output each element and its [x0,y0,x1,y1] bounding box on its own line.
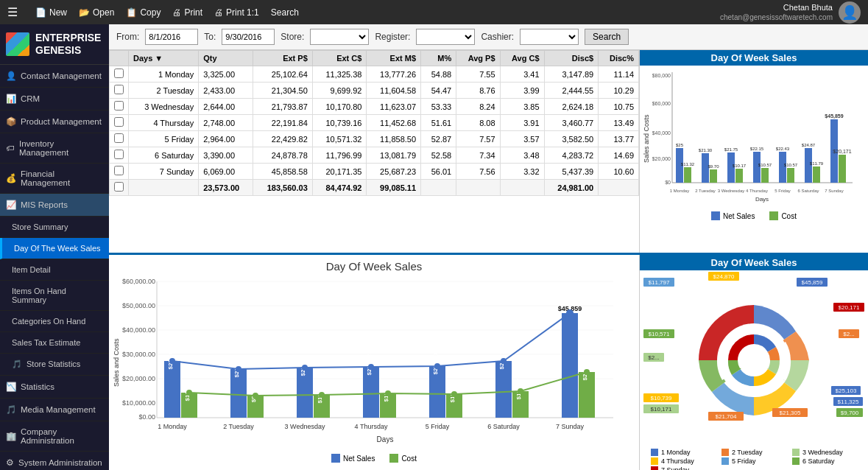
row-ext-p: 25,102.64 [253,66,312,83]
sidebar-item-day-of-week-sales[interactable]: Day Of The Week Sales [0,238,109,259]
print-1-1-icon: 🖨 [214,7,223,18]
sidebar-item-item-detail[interactable]: Item Detail [0,259,109,281]
company-icon: 🏢 [6,431,16,441]
row-avg-p: 7.55 [456,66,500,83]
register-label: Register: [375,32,410,42]
svg-point-108 [738,345,769,376]
svg-text:$20,171: $20,171 [833,149,851,154]
print-1-1-button[interactable]: 🖨 Print 1:1 [214,7,259,18]
svg-text:6 Saturday: 6 Saturday [487,423,520,430]
svg-text:$40,000: $40,000 [652,130,671,136]
svg-rect-19 [753,152,761,183]
bottom-chart-y-label: Sales and Costs [113,278,120,447]
sidebar-item-contact-management[interactable]: 👤 Contact Management [0,65,109,88]
sidebar-item-media-management[interactable]: 🎵 Media Management [0,399,109,421]
legend-net-sales-color [711,211,720,220]
open-icon: 📂 [79,7,90,18]
svg-text:$40,000.00: $40,000.00 [122,326,155,334]
search-button[interactable]: Search [271,7,299,18]
sidebar-item-crm[interactable]: 📊 CRM [0,88,109,111]
sidebar-item-store-statistics[interactable]: 🎵 Store Statistics [0,354,109,376]
svg-text:$11.79: $11.79 [810,161,824,166]
row-checkbox[interactable] [110,115,129,131]
register-select[interactable] [416,29,475,45]
row-disc-pct: 13.77 [599,131,639,147]
hamburger-icon[interactable]: ☰ [7,5,18,19]
row-m-pct: 53.33 [421,99,456,115]
svg-rect-8 [684,167,691,183]
svg-rect-24 [787,168,794,183]
svg-text:$60,000: $60,000 [652,101,671,106]
to-date-input[interactable] [222,29,275,45]
row-checkbox[interactable] [110,66,129,83]
sidebar-item-system-administration[interactable]: ⚙ System Administration [0,452,109,470]
top-bar-chart-svg: $80,000 $60,000 $40,000 $20,000 $0 $25 $… [650,69,856,208]
donut-chart-content: $11,797 $24,870 $45,859 $20,171 $2... [640,270,868,470]
sidebar-item-mis-reports[interactable]: 📈 MIS Reports [0,194,109,217]
row-day: 7 Sunday [129,164,199,180]
row-ext-c: 9,699.92 [312,83,367,99]
row-m-pct: 54.47 [421,83,456,99]
sidebar-item-items-on-hand[interactable]: Items On Hand Summary [0,281,109,311]
svg-text:$22.15: $22.15 [750,147,764,151]
sidebar-item-product-management[interactable]: 📦 Product Management [0,111,109,133]
svg-point-98 [584,369,590,375]
print-button[interactable]: 🖨 Print [172,7,202,18]
svg-rect-81 [562,313,578,418]
sidebar-item-statistics[interactable]: 📉 Statistics [0,376,109,399]
product-mgmt-icon: 📦 [6,116,16,127]
copy-button[interactable]: 📋 Copy [126,7,160,18]
row-day: 4 Thursday [129,115,199,131]
svg-text:$10,739: $10,739 [651,395,672,401]
table-row: 5 Friday 2,964.00 22,429.82 10,571.32 11… [110,131,639,147]
search-btn[interactable]: Search [585,29,629,45]
row-ext-c: 10,739.16 [312,115,367,131]
row-m-pct: 52.87 [421,131,456,147]
svg-text:4 Thursday: 4 Thursday [746,189,768,193]
table-row: 23,573.00 183,560.03 84,474.92 99,085.11… [110,180,639,196]
financial-icon: 💰 [6,173,16,183]
sidebar-item-company-administration[interactable]: 🏢 Company Administration [0,421,109,452]
row-checkbox[interactable] [110,147,129,164]
donut-legend-monday: 1 Monday [651,449,716,456]
cashier-select[interactable] [520,29,579,45]
row-checkbox[interactable] [110,164,129,180]
open-button[interactable]: 📂 Open [79,7,114,18]
svg-text:2 Tuesday: 2 Tuesday [223,423,254,430]
row-disc-pct: 10.75 [599,99,639,115]
svg-text:7 Sunday: 7 Sunday [825,189,843,193]
row-checkbox[interactable] [110,180,129,196]
sidebar-item-categories-on-hand[interactable]: Categories On Hand [0,311,109,332]
new-icon: 📄 [35,7,46,18]
sidebar-item-financial-management[interactable]: 💰 Financial Management [0,164,109,194]
svg-text:$20,000.00: $20,000.00 [122,375,155,382]
row-ext-m: 25,687.23 [367,164,421,180]
store-label: Store: [280,32,304,42]
row-avg-c: 3.85 [500,99,544,115]
row-checkbox[interactable] [110,131,129,147]
new-button[interactable]: 📄 New [35,7,67,18]
bottom-chart-legend: Net Sales Cost [113,451,635,466]
col-ext-m: Ext M$ [367,51,421,66]
row-m-pct: 52.58 [421,147,456,164]
row-ext-c: 84,474.92 [312,180,367,196]
svg-text:$9,700: $9,700 [841,410,859,416]
from-date-input[interactable] [145,29,198,45]
row-checkbox[interactable] [110,99,129,115]
col-ext-c: Ext C$ [312,51,367,66]
row-ext-m: 99,085.11 [367,180,421,196]
row-avg-c: 3.91 [500,115,544,131]
sidebar-item-store-summary[interactable]: Store Summary [0,217,109,238]
row-ext-p: 21,793.87 [253,99,312,115]
row-avg-c: 3.99 [500,83,544,99]
sidebar-item-sales-tax-estimate[interactable]: Sales Tax Estimate [0,332,109,354]
table-row: 3 Wednesday 2,644.00 21,793.87 10,170.80… [110,99,639,115]
row-checkbox[interactable] [110,83,129,99]
right-panel-top: Day Of Week Sales Sales and Costs $80,00… [640,50,868,253]
svg-point-87 [302,365,308,371]
sidebar-item-inventory-management[interactable]: 🏷 Inventory Management [0,133,109,164]
store-select[interactable] [310,29,369,45]
svg-text:$25: $25 [676,143,684,147]
svg-text:$21,704: $21,704 [716,413,737,420]
svg-text:1 Monday: 1 Monday [670,189,689,193]
